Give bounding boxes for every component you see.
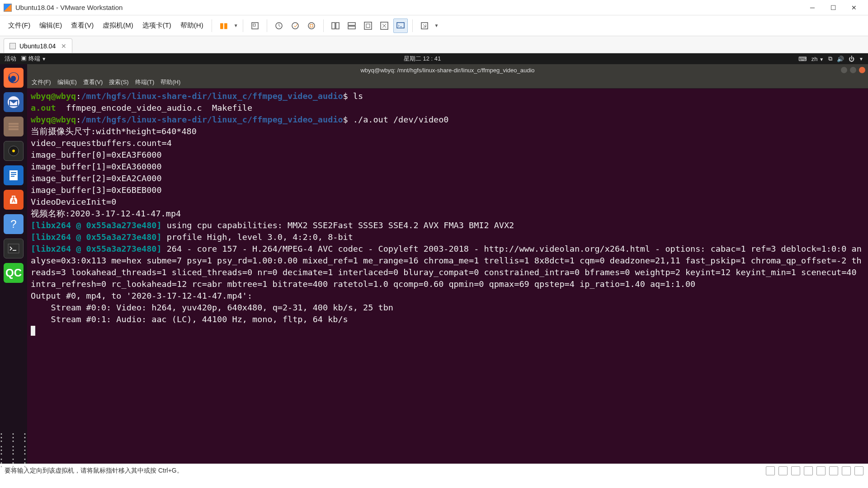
chevron-down-icon: ▼ (42, 56, 46, 61)
window-maximize-icon[interactable] (850, 67, 856, 73)
term-menu-help[interactable]: 帮助(H) (160, 78, 180, 86)
svg-rect-1 (253, 24, 255, 26)
clock[interactable]: 星期二 12 : 41 (51, 55, 794, 63)
chevron-down-icon[interactable]: ▼ (434, 23, 439, 28)
terminal-menubar: 文件(F) 编辑(E) 查看(V) 搜索(S) 终端(T) 帮助(H) (27, 76, 868, 89)
send-ctrlaltdel-button[interactable] (248, 19, 262, 33)
terminal-titlebar[interactable]: wbyq@wbyq: /mnt/hgfs/linux-share-dir/lin… (27, 64, 868, 76)
unity-button[interactable] (377, 19, 392, 33)
terminal-cursor (31, 326, 35, 336)
menu-edit[interactable]: 编辑(E) (36, 19, 66, 32)
svg-point-22 (12, 150, 15, 152)
svg-rect-18 (9, 123, 19, 125)
svg-rect-8 (348, 23, 355, 25)
close-icon[interactable]: ✕ (61, 42, 66, 50)
dock-rhythmbox[interactable] (4, 141, 24, 161)
language-indicator[interactable]: zh ▼ (811, 56, 824, 62)
dock-help[interactable]: ? (4, 214, 24, 234)
menu-view[interactable]: 查看(V) (67, 19, 97, 32)
dock-terminal[interactable] (4, 239, 24, 258)
svg-rect-11 (366, 24, 370, 28)
ubuntu-topbar: 活动 ▣ 终端 ▼ 星期二 12 : 41 ⌨ zh ▼ ⧉ 🔊 ⏻ ▼ (0, 53, 868, 64)
status-network-icon[interactable] (791, 466, 800, 475)
svg-rect-9 (348, 26, 355, 29)
svg-rect-5 (310, 24, 313, 27)
vmware-menubar: 文件(F) 编辑(E) 查看(V) 虚拟机(M) 选项卡(T) 帮助(H) ▮▮… (0, 15, 868, 36)
snapshot-button[interactable] (272, 19, 286, 33)
status-harddisk-icon[interactable] (766, 466, 775, 475)
term-menu-file[interactable]: 文件(F) (32, 78, 51, 86)
snapshot-revert-button[interactable] (304, 19, 319, 33)
pause-button[interactable]: ▮▮ (217, 19, 231, 33)
stretch-guest-button[interactable] (417, 19, 432, 33)
dock-firefox[interactable] (4, 68, 24, 88)
vmware-title: Ubuntu18.04 - VMware Workstation (15, 4, 802, 11)
menu-tabs[interactable]: 选项卡(T) (139, 19, 175, 32)
console-view-button[interactable] (393, 19, 408, 33)
status-printer-icon[interactable] (829, 466, 838, 475)
window-close-icon[interactable] (859, 67, 865, 73)
terminal-window-title: wbyq@wbyq: /mnt/hgfs/linux-share-dir/lin… (360, 67, 534, 74)
status-display-icon[interactable] (842, 466, 851, 475)
svg-rect-24 (11, 172, 16, 173)
status-usb-icon[interactable] (804, 466, 813, 475)
keyboard-indicator-icon[interactable]: ⌨ (798, 56, 807, 62)
dock-libreoffice-writer[interactable] (4, 165, 24, 185)
term-menu-edit[interactable]: 编辑(E) (57, 78, 77, 86)
svg-text:A: A (12, 197, 16, 204)
svg-rect-29 (8, 244, 19, 253)
status-message-icon[interactable] (854, 466, 863, 475)
close-button[interactable]: ✕ (844, 0, 864, 15)
svg-rect-25 (11, 174, 16, 175)
status-sound-icon[interactable] (816, 466, 826, 475)
volume-icon[interactable]: 🔊 (837, 56, 844, 62)
maximize-button[interactable]: ☐ (823, 0, 844, 15)
power-icon[interactable]: ⏻ (849, 56, 854, 62)
svg-rect-7 (336, 23, 339, 29)
svg-rect-0 (252, 23, 258, 29)
window-minimize-icon[interactable] (841, 67, 847, 73)
svg-rect-13 (397, 23, 404, 28)
terminal-icon: ▣ (21, 55, 27, 62)
status-cdrom-icon[interactable] (778, 466, 788, 475)
menu-help[interactable]: 帮助(H) (177, 19, 207, 32)
svg-rect-19 (9, 126, 19, 127)
term-menu-terminal[interactable]: 终端(T) (135, 78, 155, 86)
svg-rect-20 (9, 128, 19, 130)
svg-point-4 (308, 23, 315, 29)
activities-button[interactable]: 活动 (5, 55, 16, 63)
dock-files[interactable] (4, 117, 24, 136)
vmware-statusbar: 要将输入定向到该虚拟机，请将鼠标指针移入其中或按 Ctrl+G。 (0, 464, 868, 477)
svg-rect-26 (11, 176, 14, 177)
view-single-button[interactable] (328, 19, 343, 33)
svg-rect-10 (364, 22, 372, 29)
view-split-button[interactable] (344, 19, 359, 33)
vm-guest-area[interactable]: 活动 ▣ 终端 ▼ 星期二 12 : 41 ⌨ zh ▼ ⧉ 🔊 ⏻ ▼ (0, 53, 868, 464)
terminal-window: wbyq@wbyq: /mnt/hgfs/linux-share-dir/lin… (27, 64, 868, 464)
vmware-app-icon (4, 4, 12, 12)
monitor-icon (9, 43, 16, 49)
svg-rect-23 (9, 170, 18, 180)
term-menu-view[interactable]: 查看(V) (83, 78, 103, 86)
dock-qtcreator[interactable]: QC (4, 263, 24, 283)
vm-tab-label: Ubuntu18.04 (19, 42, 56, 50)
terminal-content[interactable]: wbyq@wbyq:/mnt/hgfs/linux-share-dir/linu… (27, 89, 868, 464)
menu-vm[interactable]: 虚拟机(M) (99, 19, 137, 32)
vm-tab[interactable]: Ubuntu18.04 ✕ (4, 38, 72, 53)
fullscreen-button[interactable] (361, 19, 375, 33)
app-menu-terminal[interactable]: ▣ 终端 ▼ (21, 55, 46, 63)
menu-file[interactable]: 文件(F) (5, 19, 34, 32)
chevron-down-icon[interactable]: ▼ (859, 56, 863, 61)
snapshot-manager-button[interactable] (288, 19, 302, 33)
chevron-down-icon[interactable]: ▼ (234, 23, 238, 28)
term-menu-search[interactable]: 搜索(S) (109, 78, 128, 86)
vmware-tabbar: Ubuntu18.04 ✕ (0, 36, 868, 53)
network-icon[interactable]: ⧉ (828, 55, 832, 62)
minimize-button[interactable]: ─ (802, 0, 823, 15)
vmware-titlebar: Ubuntu18.04 - VMware Workstation ─ ☐ ✕ (0, 0, 868, 15)
ubuntu-dock: A ? QC ⋮⋮⋮⋮⋮⋮⋮⋮⋮ (0, 64, 27, 464)
svg-point-3 (292, 23, 298, 29)
dock-thunderbird[interactable] (4, 92, 24, 112)
dock-ubuntu-software[interactable]: A (4, 190, 24, 210)
dock-show-applications[interactable]: ⋮⋮⋮⋮⋮⋮⋮⋮⋮ (4, 440, 24, 460)
